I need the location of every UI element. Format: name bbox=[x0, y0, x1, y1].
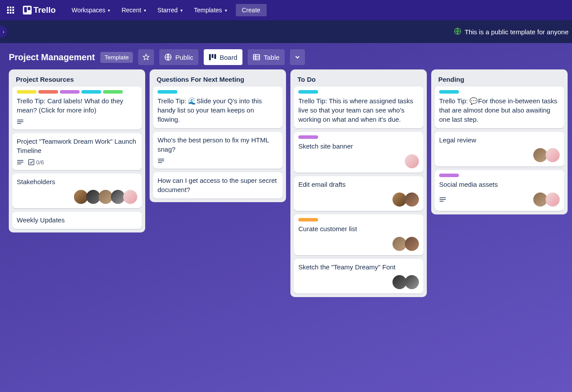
view-table-button[interactable]: Table bbox=[248, 49, 285, 65]
card[interactable]: Weekly Updates bbox=[12, 212, 142, 229]
avatar[interactable] bbox=[405, 192, 419, 207]
svg-rect-17 bbox=[214, 54, 216, 59]
list: Questions For Next MeetingTrello Tip: 🌊S… bbox=[150, 69, 286, 202]
svg-rect-15 bbox=[209, 54, 211, 60]
svg-rect-6 bbox=[7, 12, 9, 14]
card-members bbox=[407, 154, 419, 168]
avatar[interactable] bbox=[405, 275, 419, 289]
checklist-badge: 0/6 bbox=[28, 159, 44, 166]
label-sky[interactable] bbox=[81, 90, 101, 94]
card[interactable]: Legal review bbox=[435, 132, 564, 167]
card[interactable]: Curate customer list bbox=[294, 214, 423, 255]
svg-rect-8 bbox=[12, 12, 14, 14]
card-labels bbox=[439, 90, 560, 94]
nav-workspaces[interactable]: Workspaces▾ bbox=[66, 4, 116, 16]
nav-templates[interactable]: Templates▾ bbox=[189, 4, 232, 16]
label-sky[interactable] bbox=[158, 90, 177, 94]
create-button[interactable]: Create bbox=[236, 4, 267, 16]
label-sky[interactable] bbox=[298, 90, 318, 94]
list-title[interactable]: To Do bbox=[294, 73, 423, 87]
description-icon bbox=[17, 159, 24, 166]
avatar[interactable] bbox=[405, 154, 419, 168]
card[interactable]: Trello Tip: This is where assigned tasks… bbox=[294, 87, 423, 128]
list-title[interactable]: Pending bbox=[435, 73, 564, 87]
card[interactable]: How can I get access to the super secret… bbox=[153, 172, 282, 199]
svg-rect-18 bbox=[253, 54, 260, 60]
list-title[interactable]: Project Resources bbox=[12, 73, 142, 87]
svg-rect-20 bbox=[17, 121, 23, 122]
svg-rect-10 bbox=[24, 7, 27, 12]
card-text: Trello Tip: Card labels! What do they me… bbox=[17, 96, 137, 115]
avatar[interactable] bbox=[405, 237, 419, 251]
label-purple[interactable] bbox=[60, 90, 80, 94]
trello-logo[interactable]: Trello bbox=[19, 5, 59, 15]
card-footer bbox=[439, 148, 560, 162]
card[interactable]: Trello Tip: 🌊Slide your Q's into this ha… bbox=[153, 87, 282, 128]
card-text: Sketch site banner bbox=[298, 142, 419, 151]
svg-rect-29 bbox=[440, 197, 446, 198]
description-icon bbox=[439, 196, 446, 203]
card[interactable]: Trello Tip: 💬For those in-between tasks … bbox=[435, 87, 564, 128]
svg-rect-3 bbox=[7, 9, 9, 11]
description-icon bbox=[17, 118, 24, 125]
card-members bbox=[394, 275, 419, 289]
svg-rect-16 bbox=[212, 54, 213, 58]
label-yellow[interactable] bbox=[17, 90, 37, 94]
board-title: Project Management bbox=[9, 52, 95, 62]
label-purple[interactable] bbox=[439, 174, 459, 177]
label-purple[interactable] bbox=[298, 135, 318, 139]
card-text: Legal review bbox=[439, 135, 560, 145]
nav-starred[interactable]: Starred▾ bbox=[152, 4, 188, 16]
card-text: Edit email drafts bbox=[298, 180, 419, 189]
board-canvas: Project ResourcesTrello Tip: Card labels… bbox=[0, 69, 572, 297]
list-title[interactable]: Questions For Next Meeting bbox=[153, 73, 282, 87]
avatar[interactable] bbox=[546, 192, 560, 207]
card-footer bbox=[17, 190, 137, 204]
card-text: Social media assets bbox=[439, 180, 560, 189]
list: PendingTrello Tip: 💬For those in-between… bbox=[431, 69, 568, 214]
nav-recent[interactable]: Recent▾ bbox=[116, 4, 151, 16]
avatar[interactable] bbox=[123, 190, 137, 204]
card[interactable]: Project "Teamwork Dream Work" Launch Tim… bbox=[12, 133, 142, 170]
view-more-button[interactable] bbox=[290, 49, 305, 65]
sidebar-expand-icon[interactable]: › bbox=[0, 25, 7, 38]
card-labels bbox=[158, 90, 278, 94]
view-board-button[interactable]: Board bbox=[204, 49, 242, 65]
visibility-button[interactable]: Public bbox=[159, 49, 198, 65]
card[interactable]: Trello Tip: Card labels! What do they me… bbox=[12, 87, 142, 130]
card[interactable]: Social media assets bbox=[435, 170, 564, 211]
public-template-notice: › This is a public template for anyone bbox=[0, 20, 572, 43]
svg-rect-7 bbox=[10, 12, 11, 14]
description-icon bbox=[158, 157, 165, 164]
avatar[interactable] bbox=[546, 148, 560, 162]
svg-rect-24 bbox=[17, 163, 21, 164]
card-text: Curate customer list bbox=[298, 224, 419, 233]
logo-text: Trello bbox=[33, 5, 56, 15]
list: Project ResourcesTrello Tip: Card labels… bbox=[9, 69, 145, 232]
card[interactable]: Edit email drafts bbox=[294, 176, 423, 211]
svg-rect-23 bbox=[17, 162, 23, 163]
card[interactable]: Who's the best person to fix my HTML sna… bbox=[153, 132, 282, 169]
card[interactable]: Stakeholders bbox=[12, 174, 142, 208]
svg-rect-5 bbox=[12, 9, 14, 11]
card[interactable]: Sketch the "Teamy Dreamy" Font bbox=[294, 259, 423, 294]
card-text: Trello Tip: 🌊Slide your Q's into this ha… bbox=[158, 96, 278, 124]
card-members bbox=[394, 237, 419, 251]
nav-label: Templates bbox=[194, 7, 222, 14]
label-green[interactable] bbox=[103, 90, 123, 94]
svg-rect-1 bbox=[10, 7, 11, 8]
label-sky[interactable] bbox=[439, 90, 459, 94]
label-red[interactable] bbox=[38, 90, 58, 94]
svg-rect-28 bbox=[158, 162, 162, 163]
card-text: Who's the best person to fix my HTML sna… bbox=[158, 135, 278, 154]
label-orange[interactable] bbox=[298, 218, 318, 221]
card[interactable]: Sketch site banner bbox=[294, 132, 423, 173]
apps-menu-icon[interactable] bbox=[4, 3, 18, 17]
card-labels bbox=[439, 174, 560, 177]
svg-rect-27 bbox=[158, 160, 164, 161]
chevron-down-icon: ▾ bbox=[180, 8, 183, 13]
nav-label: Recent bbox=[121, 7, 141, 14]
chevron-down-icon: ▾ bbox=[225, 8, 227, 13]
template-badge[interactable]: Template bbox=[100, 52, 133, 63]
star-button[interactable] bbox=[138, 49, 154, 65]
